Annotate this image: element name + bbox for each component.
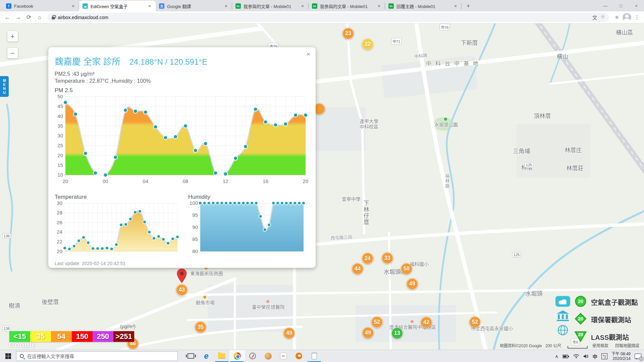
close-icon[interactable]: ×	[629, 0, 644, 11]
reload-button[interactable]: ⟳	[24, 13, 34, 22]
home-button[interactable]: ⌂	[35, 13, 44, 22]
humidity-data-point	[302, 201, 305, 205]
humidity-data-point	[207, 201, 211, 205]
minimize-icon[interactable]: —	[598, 0, 613, 11]
bookmark-star-icon[interactable]: ☆	[601, 14, 605, 21]
y-tick-label: 22	[57, 239, 62, 244]
zoom-in-button[interactable]: +	[7, 31, 18, 42]
taskbar-notepad[interactable]	[307, 350, 322, 362]
airbox-cloud-icon[interactable]	[555, 296, 571, 307]
svg-text:20: 20	[578, 299, 583, 304]
address-bar[interactable]: airbox.edimaxcloud.com 文 ☆	[48, 13, 609, 22]
action-center-icon[interactable]: 2	[635, 354, 641, 359]
station-marker[interactable]: 52	[469, 316, 481, 328]
y-tick-label: 20	[57, 153, 63, 158]
station-marker[interactable]: 24	[362, 253, 373, 264]
globe-icon[interactable]	[557, 324, 569, 336]
legend-row: 20空氣盒子觀測點	[574, 295, 638, 309]
tab-close-icon[interactable]: ×	[453, 3, 458, 9]
popup-close-icon[interactable]: ×	[307, 51, 310, 58]
url-text[interactable]: airbox.edimaxcloud.com	[58, 15, 590, 20]
tray-chevron-icon[interactable]: ∧	[555, 354, 558, 359]
humidity-data-point	[272, 201, 275, 205]
station-marker[interactable]: 49	[407, 278, 418, 290]
humidity-area	[200, 201, 304, 251]
station-marker[interactable]: 35	[195, 321, 206, 333]
station-marker[interactable]: 43	[176, 284, 187, 296]
maximize-icon[interactable]: □	[613, 0, 629, 11]
taskbar-clock[interactable]: 下午 08:49 2020/2/14	[611, 352, 631, 361]
taskbar-edge[interactable]: e	[199, 350, 214, 362]
tab-close-icon[interactable]: ×	[223, 3, 229, 9]
tab-close-icon[interactable]: ×	[70, 3, 76, 9]
profile-avatar[interactable]	[623, 13, 631, 22]
x-tick-label: 12	[223, 178, 228, 184]
legend-label: 空氣盒子觀測點	[591, 297, 638, 307]
windows-logo-icon	[5, 353, 11, 359]
station-marker[interactable]: 23	[342, 28, 354, 39]
translate-icon[interactable]: 文	[592, 14, 597, 21]
tab-close-icon[interactable]: ×	[300, 3, 305, 9]
compass-app-icon	[249, 353, 256, 359]
search-icon	[20, 354, 24, 358]
battery-icon[interactable]	[562, 354, 569, 358]
pm25-data-point	[214, 171, 218, 175]
tab-title: Facebook	[14, 4, 68, 9]
taskbar-search[interactable]: 在這裡輸入文字來搜尋	[16, 351, 178, 361]
taskbar-chrome[interactable]	[229, 350, 245, 362]
humidity-data-point	[267, 223, 271, 227]
tab-close-icon[interactable]: ×	[376, 3, 382, 9]
station-marker[interactable]: 49	[362, 327, 374, 339]
new-tab-button[interactable]: +	[464, 1, 473, 11]
terms-link[interactable]: 使用條款	[592, 343, 608, 348]
bank-building-icon[interactable]	[556, 310, 570, 321]
taskbar-file-explorer[interactable]	[214, 350, 229, 362]
browser-tab-1[interactable]: ☁EdiGreen 空氣盒子×	[79, 1, 156, 11]
taskbar-compass-app[interactable]	[245, 350, 260, 362]
taskbar-fox-app[interactable]	[260, 350, 276, 362]
tab-title: 我參與的文章 - Mobile01	[320, 3, 374, 9]
station-marker[interactable]: 50	[401, 263, 412, 275]
mobile01-favicon: 01	[235, 3, 241, 9]
browser-tab-4[interactable]: 01我參與的文章 - Mobile01×	[309, 1, 385, 11]
browser-menu-icon[interactable]: ⋮	[633, 13, 641, 22]
temperature-data-point	[148, 230, 151, 234]
ime-language-icon[interactable]: 中	[593, 353, 597, 360]
y-tick-label: 24	[57, 229, 62, 235]
start-button[interactable]	[0, 350, 16, 362]
selected-pin-icon	[177, 268, 187, 285]
taskbar-task-view[interactable]	[183, 350, 199, 362]
menu-tab[interactable]: MENU	[0, 76, 9, 97]
browser-tab-3[interactable]: 01我參與的文章 - Mobile01×	[232, 1, 309, 11]
zoom-out-button[interactable]: −	[7, 48, 18, 58]
map-area[interactable]: 下新厝橫山橫山區頂林厝三角埔林厝庄林厝林厝莊水堀頭水堀頭坑下林仔厝後壁厝樹湳中科…	[0, 23, 644, 350]
tab-title: EdiGreen 空氣盒子	[91, 3, 144, 9]
map-label-poi: 臺中榮民總醫院	[252, 299, 285, 310]
forward-button[interactable]: →	[13, 13, 23, 22]
pm25-data-point	[183, 124, 187, 128]
station-marker[interactable]: 22	[362, 39, 373, 50]
back-button[interactable]: ←	[3, 13, 12, 22]
browser-tab-2[interactable]: 文Google 翻譯×	[156, 1, 232, 11]
station-marker[interactable]: 52	[371, 316, 383, 328]
color-scale-segment: 35	[30, 331, 51, 342]
volume-icon[interactable]	[583, 354, 589, 359]
station-marker[interactable]: 49	[283, 327, 295, 339]
station-marker[interactable]: 13	[391, 327, 403, 339]
tab-close-icon[interactable]: ×	[147, 3, 152, 9]
taskbar-blender[interactable]	[291, 350, 307, 362]
humidity-chart-title: Humidity	[188, 194, 306, 200]
browser-tab-5[interactable]: 01回覆主題 - Mobile01×	[385, 1, 462, 11]
station-marker[interactable]: 33	[382, 252, 393, 264]
y-tick-label: 25	[57, 142, 63, 148]
taskbar-snip-app[interactable]: ✂	[276, 350, 291, 362]
browser-tab-0[interactable]: fFacebook×	[3, 1, 79, 11]
wifi-icon[interactable]	[573, 354, 579, 358]
ime-mode-icon[interactable]: ㄅ	[601, 353, 607, 359]
legend-diamond-icon: 20	[574, 312, 587, 326]
report-error-link[interactable]: 回報地圖錯誤	[615, 343, 639, 348]
map-utility-icons	[555, 296, 571, 336]
reading-list-icon[interactable]: ≡	[612, 13, 621, 22]
station-marker[interactable]: 42	[421, 317, 432, 328]
station-marker[interactable]: 44	[352, 263, 363, 275]
